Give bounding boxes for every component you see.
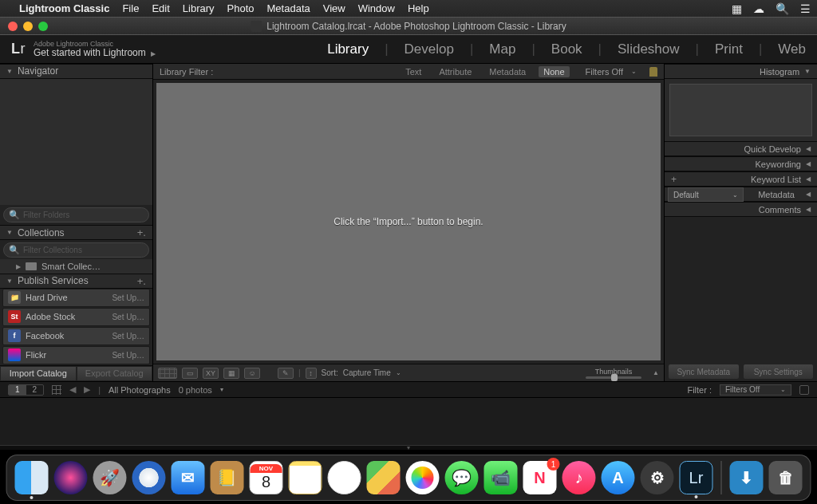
filmstrip-grip[interactable] — [0, 445, 817, 450]
dock-calendar-icon[interactable]: NOV8 — [250, 461, 283, 494]
dock-downloads-icon[interactable]: ⬇ — [730, 461, 764, 494]
navigator-header[interactable]: ▼Navigator — [0, 64, 152, 79]
menu-app-name[interactable]: Lightroom Classic — [19, 2, 109, 14]
dock-messages-icon[interactable]: 💬 — [445, 461, 479, 494]
menu-file[interactable]: File — [122, 2, 139, 14]
dock-finder-icon[interactable] — [15, 461, 49, 494]
nav-forward-button[interactable]: ▶ — [84, 384, 90, 395]
sync-settings-button[interactable]: Sync Settings — [743, 364, 815, 380]
publish-service-adobe-stock[interactable]: StAdobe StockSet Up… — [2, 308, 150, 326]
menu-view[interactable]: View — [323, 2, 345, 14]
export-catalog-button[interactable]: Export Catalog — [77, 366, 153, 381]
screen-icon[interactable]: ▦ — [732, 2, 742, 15]
module-map[interactable]: Map — [489, 41, 515, 57]
painter-tool-button[interactable]: ✎ — [278, 368, 294, 379]
publish-service-hard-drive[interactable]: 📁Hard DriveSet Up… — [2, 289, 150, 307]
survey-view-button[interactable]: ▦ — [223, 368, 239, 379]
dock-reminders-icon[interactable]: ☰ — [328, 461, 361, 494]
filter-attribute-tab[interactable]: Attribute — [434, 67, 476, 77]
filmstrip-filter-dropdown[interactable]: Filters Off⌄ — [720, 384, 791, 396]
menu-photo[interactable]: Photo — [227, 2, 255, 14]
dock-safari-icon[interactable] — [132, 461, 166, 494]
dock-mail-icon[interactable]: ✉ — [172, 461, 205, 494]
service-icon: f — [8, 329, 21, 342]
grid-small-icon[interactable] — [52, 385, 61, 395]
sync-metadata-button[interactable]: Sync Metadata — [668, 364, 740, 380]
filmstrip — [0, 397, 817, 445]
keyword-list-header[interactable]: +Keyword List◀ — [665, 171, 817, 187]
sort-criteria-dropdown[interactable]: Capture Time — [343, 368, 391, 377]
filter-lock-icon[interactable] — [649, 67, 657, 77]
people-view-button[interactable]: ☺ — [244, 368, 260, 379]
menu-help[interactable]: Help — [408, 2, 429, 14]
module-develop[interactable]: Develop — [405, 41, 454, 57]
filter-none-tab[interactable]: None — [539, 66, 569, 77]
dock-siri-icon[interactable] — [54, 461, 88, 494]
dock-news-icon[interactable]: N1 — [523, 461, 557, 494]
collections-header[interactable]: ▼Collections+. — [0, 225, 152, 240]
toolbar-options-button[interactable]: ▲ — [653, 369, 659, 376]
dock-facetime-icon[interactable]: 📹 — [484, 461, 518, 494]
filter-collections-input[interactable]: 🔍Filter Collections — [3, 242, 149, 258]
comments-header[interactable]: Comments◀ — [665, 202, 817, 217]
dock-photos-icon[interactable] — [406, 461, 440, 494]
filter-text-tab[interactable]: Text — [401, 67, 426, 77]
menu-edit[interactable]: Edit — [152, 2, 169, 14]
module-print[interactable]: Print — [715, 41, 743, 57]
add-publish-service-button[interactable]: +. — [137, 275, 146, 287]
filter-folders-input[interactable]: 🔍Filter Folders — [3, 207, 149, 222]
filmstrip-flag-filter[interactable] — [799, 385, 809, 395]
histogram-header[interactable]: Histogram▼ — [665, 64, 817, 79]
control-center-icon[interactable]: ☰ — [800, 2, 811, 15]
secondary-display-toggle[interactable]: 12 — [8, 384, 44, 396]
sort-direction-button[interactable]: ↕ — [306, 368, 317, 379]
service-setup-link[interactable]: Set Up… — [112, 351, 144, 360]
menu-metadata[interactable]: Metadata — [267, 2, 310, 14]
grid-view-button[interactable] — [158, 368, 177, 379]
spotlight-icon[interactable]: 🔍 — [776, 2, 789, 15]
dock-launchpad-icon[interactable]: 🚀 — [93, 461, 127, 494]
module-book[interactable]: Book — [551, 41, 582, 57]
menu-window[interactable]: Window — [358, 2, 395, 14]
keywording-header[interactable]: Keywording◀ — [665, 156, 817, 171]
service-setup-link[interactable]: Set Up… — [112, 332, 144, 341]
metadata-preset-dropdown[interactable]: Default⌄ — [668, 187, 744, 202]
dock-lightroom-icon[interactable]: Lr — [680, 461, 713, 494]
dock-contacts-icon[interactable]: 📒 — [211, 461, 244, 494]
dock-trash-icon[interactable]: 🗑 — [769, 461, 803, 494]
filter-metadata-tab[interactable]: Metadata — [484, 67, 531, 77]
get-started-link[interactable]: Get started with Lightroom▶ — [34, 49, 156, 58]
compare-view-button[interactable]: XY — [203, 368, 219, 379]
publish-services-header[interactable]: ▼Publish Services+. — [0, 274, 152, 289]
loupe-view-button[interactable]: ▭ — [182, 368, 198, 379]
nav-back-button[interactable]: ◀ — [69, 384, 76, 395]
close-button[interactable] — [8, 22, 18, 31]
add-collection-button[interactable]: +. — [137, 226, 146, 238]
service-setup-link[interactable]: Set Up… — [112, 293, 144, 302]
dock-system-preferences-icon[interactable]: ⚙ — [641, 461, 674, 494]
module-web[interactable]: Web — [778, 41, 806, 57]
add-keyword-button[interactable]: + — [671, 174, 677, 185]
smart-collections-row[interactable]: ▶Smart Collec… — [0, 259, 152, 274]
minimize-button[interactable] — [23, 22, 33, 31]
module-library[interactable]: Library — [327, 41, 369, 57]
dock-notes-icon[interactable] — [289, 461, 322, 494]
mac-menubar: Lightroom Classic File Edit Library Phot… — [0, 0, 817, 18]
dock-appstore-icon[interactable]: A — [602, 461, 635, 494]
module-slideshow[interactable]: Slideshow — [618, 41, 680, 57]
service-setup-link[interactable]: Set Up… — [112, 313, 144, 321]
cloud-icon[interactable]: ☁ — [753, 2, 764, 15]
photo-count: 0 photos — [179, 385, 212, 395]
zoom-button[interactable] — [38, 22, 48, 31]
source-label[interactable]: All Photographs — [109, 385, 171, 395]
quick-develop-header[interactable]: Quick Develop◀ — [665, 141, 817, 156]
metadata-header[interactable]: Default⌄ Metadata◀ — [665, 187, 817, 202]
import-catalog-button[interactable]: Import Catalog — [0, 366, 77, 381]
menu-library[interactable]: Library — [183, 2, 215, 14]
publish-service-flickr[interactable]: FlickrSet Up… — [2, 346, 150, 364]
thumbnail-size-slider[interactable]: Thumbnails — [586, 368, 641, 379]
dock-maps-icon[interactable] — [367, 461, 401, 494]
publish-service-facebook[interactable]: fFacebookSet Up… — [2, 327, 150, 345]
dock-music-icon[interactable]: ♪ — [562, 461, 596, 494]
filters-off-dropdown[interactable]: Filters Off — [586, 67, 623, 77]
